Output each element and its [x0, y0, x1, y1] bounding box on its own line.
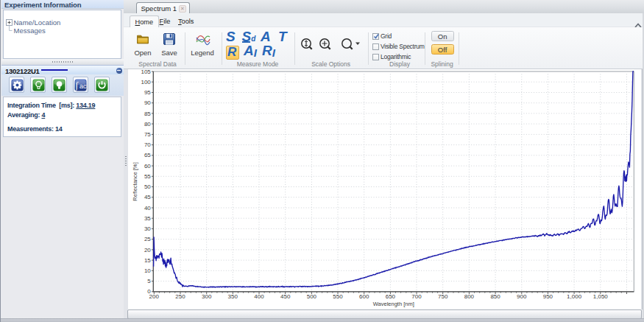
- svg-text:700: 700: [411, 293, 422, 300]
- svg-text:5: 5: [147, 278, 151, 284]
- svg-text:75: 75: [144, 131, 151, 138]
- svg-text:10: 10: [144, 267, 151, 274]
- svg-text:650: 650: [386, 293, 396, 300]
- svg-text:15: 15: [144, 257, 151, 264]
- svg-text:1,050: 1,050: [593, 293, 609, 300]
- svg-text:550: 550: [333, 293, 343, 300]
- svg-text:65: 65: [144, 152, 151, 158]
- svg-text:85: 85: [144, 111, 151, 117]
- svg-text:90: 90: [144, 99, 151, 106]
- svg-text:950: 950: [543, 293, 553, 300]
- svg-text:450: 450: [280, 293, 291, 300]
- svg-text:30: 30: [144, 225, 151, 232]
- svg-text:0: 0: [147, 288, 151, 295]
- svg-text:40: 40: [144, 205, 151, 211]
- svg-text:600: 600: [359, 293, 369, 300]
- svg-text:500: 500: [307, 293, 317, 300]
- svg-text:55: 55: [144, 173, 151, 180]
- svg-text:Name/Location: Name/Location: [14, 18, 61, 27]
- svg-text:45: 45: [144, 194, 151, 200]
- svg-text:300: 300: [202, 293, 212, 300]
- svg-text:25: 25: [144, 236, 151, 242]
- svg-text:95: 95: [144, 89, 151, 96]
- svg-text:250: 250: [175, 293, 185, 300]
- svg-text:Reflectance [%]: Reflectance [%]: [132, 162, 138, 201]
- svg-text:350: 350: [228, 293, 238, 300]
- svg-text:50: 50: [144, 183, 151, 190]
- svg-text:20: 20: [144, 247, 151, 253]
- svg-text:105: 105: [141, 69, 151, 75]
- svg-text:800: 800: [464, 293, 475, 300]
- svg-text:100: 100: [141, 79, 151, 85]
- svg-text:900: 900: [517, 293, 527, 300]
- svg-text:Wavelength [nm]: Wavelength [nm]: [373, 301, 414, 307]
- svg-text:400: 400: [254, 293, 264, 300]
- svg-text:850: 850: [490, 293, 500, 300]
- svg-text:750: 750: [438, 293, 448, 300]
- svg-text:60: 60: [144, 163, 151, 169]
- svg-text:1,000: 1,000: [567, 293, 582, 300]
- svg-text:Messages: Messages: [14, 27, 46, 35]
- svg-text:70: 70: [144, 141, 151, 148]
- svg-text:ac: ac: [79, 83, 87, 90]
- svg-text:35: 35: [144, 215, 151, 222]
- svg-text:80: 80: [144, 121, 151, 127]
